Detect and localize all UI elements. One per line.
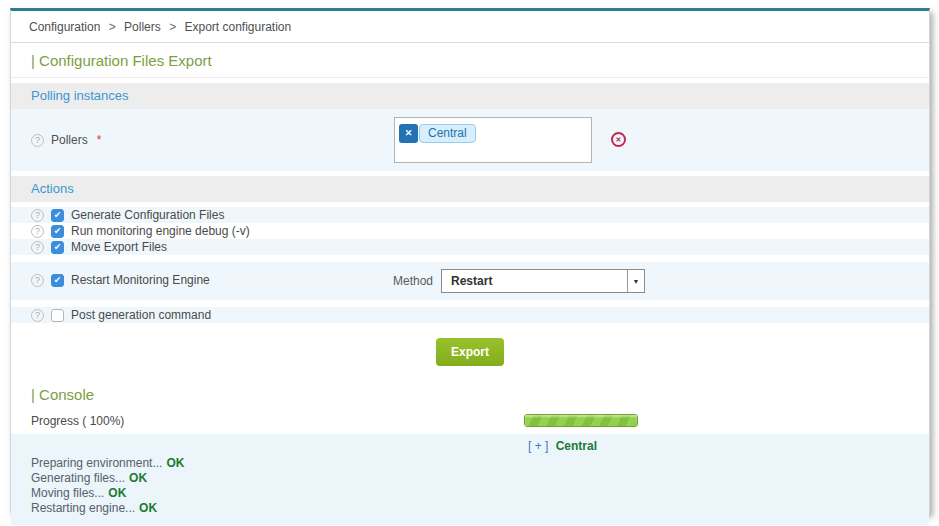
pollers-label: Pollers [51, 133, 88, 147]
run-monitoring-engine-debug-checkbox[interactable] [51, 225, 64, 238]
log-status: OK [108, 486, 126, 500]
log-line: Preparing environment...OK [31, 456, 929, 471]
selected-poller-tag: ✕ Central [399, 124, 476, 143]
log-line: Restarting engine...OK [31, 501, 929, 516]
selected-poller-name: Central [419, 124, 476, 143]
method-field-group: Method Restart ▼ [393, 269, 645, 293]
expand-poller-icon[interactable]: [ + ] [528, 439, 548, 453]
breadcrumb-export-configuration[interactable]: Export configuration [184, 20, 291, 34]
log-text: Generating files... [31, 471, 125, 485]
help-icon[interactable]: ? [31, 309, 44, 322]
method-selected-value: Restart [442, 274, 627, 288]
progress-bar-fill [525, 415, 637, 426]
log-line: Moving files...OK [31, 486, 929, 501]
action-row-debug: ? Run monitoring engine debug (-v) [11, 223, 929, 239]
move-export-files-checkbox[interactable] [51, 241, 64, 254]
log-line: Generating files...OK [31, 471, 929, 486]
action-row-move-export: ? Move Export Files [11, 239, 929, 255]
pollers-multiselect[interactable]: ✕ Central [394, 117, 592, 163]
spacer [11, 255, 929, 262]
log-text: Moving files... [31, 486, 104, 500]
section-header-actions: Actions [11, 176, 929, 202]
generate-configuration-files-checkbox[interactable] [51, 209, 64, 222]
export-configuration-page: Configuration > Pollers > Export configu… [10, 8, 930, 513]
progress-row: Progress ( 100%) [11, 409, 929, 434]
chevron-down-icon: ▼ [627, 270, 644, 292]
clear-selection-icon[interactable]: ✕ [611, 132, 626, 147]
action-row-restart-engine: ? Restart Monitoring Engine Method Resta… [11, 262, 929, 300]
help-icon[interactable]: ? [31, 225, 44, 238]
pollers-field-label-group: ? Pollers* [31, 133, 101, 147]
breadcrumb-pollers[interactable]: Pollers [124, 20, 161, 34]
restart-checkbox-group: ? Restart Monitoring Engine [31, 273, 210, 287]
log-text: Preparing environment... [31, 456, 162, 470]
checkbox-label: Restart Monitoring Engine [71, 273, 210, 287]
required-asterisk: * [97, 133, 102, 147]
action-row-post-generation: ? Post generation command [11, 307, 929, 323]
action-row-generate-files: ? Generate Configuration Files [11, 207, 929, 223]
page-title: | Configuration Files Export [11, 43, 929, 78]
breadcrumb-configuration[interactable]: Configuration [29, 20, 100, 34]
breadcrumb: Configuration > Pollers > Export configu… [11, 11, 929, 43]
pollers-field-row: ? Pollers* ✕ Central ✕ [11, 109, 929, 171]
console-title: | Console [11, 378, 929, 409]
checkbox-label: Post generation command [71, 308, 211, 322]
console-poller-name: Central [556, 439, 597, 453]
help-icon[interactable]: ? [31, 134, 44, 147]
export-button-container: Export [11, 323, 929, 378]
checkbox-label: Generate Configuration Files [71, 208, 224, 222]
remove-tag-icon[interactable]: ✕ [399, 124, 418, 143]
log-text: Restarting engine... [31, 501, 135, 515]
help-icon[interactable]: ? [31, 241, 44, 254]
console-log-lines: Preparing environment...OK Generating fi… [11, 456, 929, 516]
post-generation-command-checkbox[interactable] [51, 309, 64, 322]
section-header-polling-instances: Polling instances [11, 83, 929, 109]
help-icon[interactable]: ? [31, 209, 44, 222]
progress-bar [524, 414, 638, 427]
method-select[interactable]: Restart ▼ [441, 269, 645, 293]
breadcrumb-separator: > [169, 20, 176, 34]
progress-label: Progress ( 100%) [31, 414, 124, 428]
poller-toggle-row: [ + ] Central [528, 439, 929, 453]
method-label: Method [393, 274, 433, 288]
log-status: OK [129, 471, 147, 485]
log-status: OK [139, 501, 157, 515]
checkbox-label: Run monitoring engine debug (-v) [71, 224, 250, 238]
console-output: [ + ] Central Preparing environment...OK… [11, 434, 929, 525]
breadcrumb-separator: > [109, 20, 116, 34]
checkbox-label: Move Export Files [71, 240, 167, 254]
spacer [11, 300, 929, 307]
log-status: OK [166, 456, 184, 470]
restart-monitoring-engine-checkbox[interactable] [51, 274, 64, 287]
help-icon[interactable]: ? [31, 274, 44, 287]
export-button[interactable]: Export [436, 338, 504, 366]
